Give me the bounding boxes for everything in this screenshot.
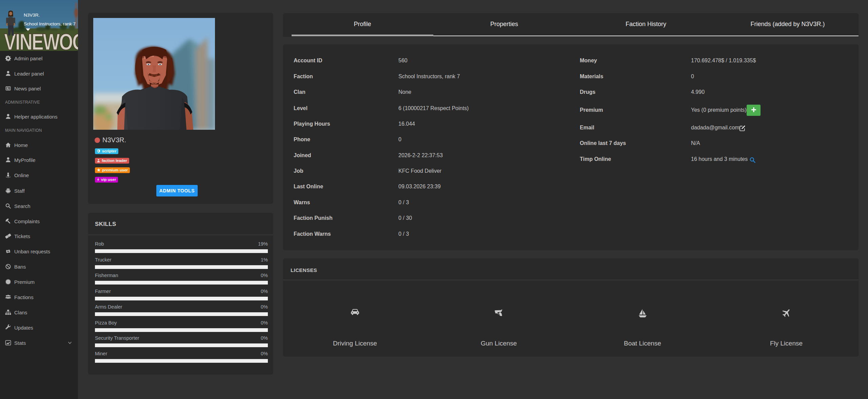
svg-text:N3V3R.: N3V3R.	[24, 13, 40, 18]
svg-text:School Instructors, rank 7: School Instructors, rank 7	[24, 21, 76, 26]
svg-text:VINEWOO: VINEWOO	[4, 29, 78, 51]
